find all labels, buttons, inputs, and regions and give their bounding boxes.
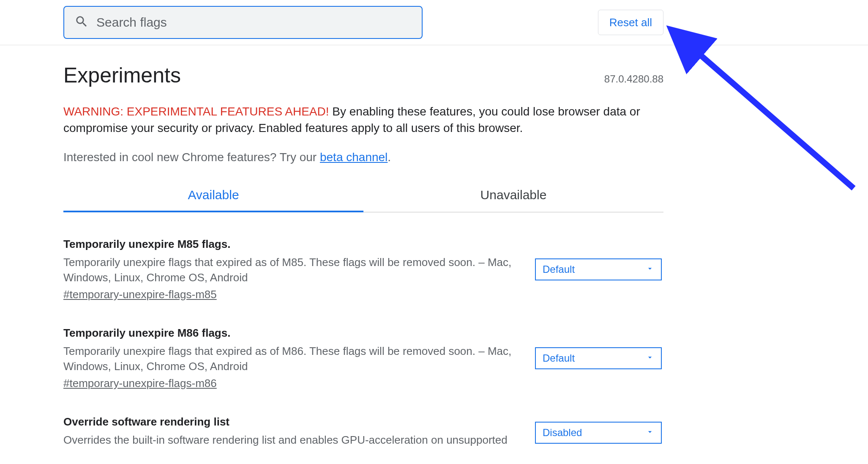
chevron-down-icon <box>646 264 654 275</box>
beta-paragraph: Interested in cool new Chrome features? … <box>63 151 663 164</box>
flag-state-value: Default <box>543 264 575 275</box>
flag-text-block: Temporarily unexpire M86 flags. Temporar… <box>63 327 522 390</box>
topbar: Reset all <box>0 0 868 45</box>
flag-description: Temporarily unexpire flags that expired … <box>63 344 522 374</box>
flag-title: Temporarily unexpire M86 flags. <box>63 327 522 340</box>
flag-state-value: Disabled <box>543 427 582 439</box>
search-icon <box>74 14 89 30</box>
beta-suffix: . <box>388 151 391 164</box>
flag-state-select[interactable]: Default <box>535 258 662 280</box>
chevron-down-icon <box>646 427 654 439</box>
flag-row: Temporarily unexpire M85 flags. Temporar… <box>63 212 663 301</box>
flag-text-block: Override software rendering list Overrid… <box>63 415 522 450</box>
page-title: Experiments <box>63 63 181 88</box>
flag-anchor-link[interactable]: #temporary-unexpire-flags-m86 <box>63 377 217 390</box>
beta-channel-link[interactable]: beta channel <box>320 151 388 164</box>
flag-row: Override software rendering list Overrid… <box>63 390 663 450</box>
chevron-down-icon <box>646 352 654 364</box>
tabs: Available Unavailable <box>63 180 663 212</box>
tab-available[interactable]: Available <box>63 180 363 212</box>
flag-description: Overrides the built-in software renderin… <box>63 433 522 448</box>
version-label: 87.0.4280.88 <box>604 73 663 85</box>
flag-row: Temporarily unexpire M86 flags. Temporar… <box>63 301 663 390</box>
topbar-inner: Reset all <box>63 6 663 39</box>
flag-state-select[interactable]: Default <box>535 347 662 369</box>
reset-all-button[interactable]: Reset all <box>598 10 663 35</box>
flag-title: Temporarily unexpire M85 flags. <box>63 238 522 251</box>
svg-line-1 <box>693 49 854 188</box>
beta-prefix: Interested in cool new Chrome features? … <box>63 151 320 164</box>
flag-state-value: Default <box>543 352 575 364</box>
flag-title: Override software rendering list <box>63 415 522 428</box>
flag-text-block: Temporarily unexpire M85 flags. Temporar… <box>63 238 522 301</box>
search-box[interactable] <box>63 6 423 39</box>
search-input[interactable] <box>89 7 422 38</box>
flag-description: Temporarily unexpire flags that expired … <box>63 255 522 286</box>
warning-red-text: WARNING: EXPERIMENTAL FEATURES AHEAD! <box>63 105 329 118</box>
flag-state-select[interactable]: Disabled <box>535 422 662 444</box>
content: Experiments 87.0.4280.88 WARNING: EXPERI… <box>63 45 663 450</box>
tab-unavailable[interactable]: Unavailable <box>363 180 663 212</box>
warning-paragraph: WARNING: EXPERIMENTAL FEATURES AHEAD! By… <box>63 104 663 136</box>
header-row: Experiments 87.0.4280.88 <box>63 63 663 88</box>
flag-anchor-link[interactable]: #temporary-unexpire-flags-m85 <box>63 288 217 301</box>
